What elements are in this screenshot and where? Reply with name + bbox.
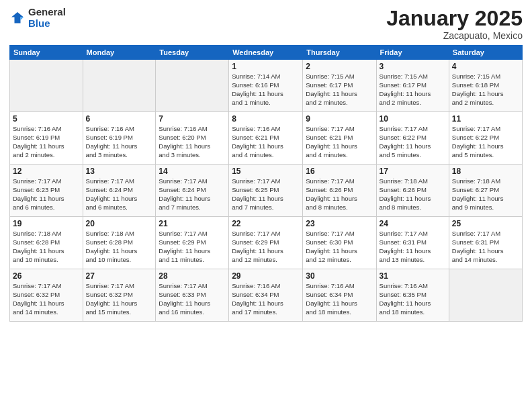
table-row: 31Sunrise: 7:16 AMSunset: 6:35 PMDayligh… bbox=[376, 269, 449, 322]
day-info: Sunrise: 7:17 AMSunset: 6:29 PMDaylight:… bbox=[159, 230, 226, 264]
title-block: January 2025 Zacapuato, Mexico bbox=[386, 7, 523, 41]
table-row: 11Sunrise: 7:17 AMSunset: 6:22 PMDayligh… bbox=[449, 112, 522, 165]
day-info: Sunrise: 7:16 AMSunset: 6:19 PMDaylight:… bbox=[86, 125, 153, 159]
day-number: 14 bbox=[159, 167, 226, 176]
day-number: 20 bbox=[86, 219, 153, 228]
table-row: 10Sunrise: 7:17 AMSunset: 6:22 PMDayligh… bbox=[376, 112, 449, 165]
day-number: 15 bbox=[232, 167, 300, 176]
table-row bbox=[83, 60, 156, 112]
day-number: 30 bbox=[306, 271, 373, 281]
day-number: 16 bbox=[306, 167, 373, 176]
day-number: 5 bbox=[13, 114, 80, 124]
logo-general-text: General bbox=[28, 7, 66, 18]
table-row: 1Sunrise: 7:14 AMSunset: 6:16 PMDaylight… bbox=[229, 60, 303, 112]
day-info: Sunrise: 7:16 AMSunset: 6:19 PMDaylight:… bbox=[13, 125, 80, 159]
table-row: 6Sunrise: 7:16 AMSunset: 6:19 PMDaylight… bbox=[83, 112, 156, 165]
day-number: 2 bbox=[306, 62, 373, 71]
day-info: Sunrise: 7:15 AMSunset: 6:18 PMDaylight:… bbox=[452, 73, 519, 107]
calendar-header-row: Sunday Monday Tuesday Wednesday Thursday… bbox=[10, 46, 523, 60]
day-info: Sunrise: 7:17 AMSunset: 6:31 PMDaylight:… bbox=[452, 230, 519, 264]
day-number: 29 bbox=[232, 271, 300, 281]
day-info: Sunrise: 7:16 AMSunset: 6:21 PMDaylight:… bbox=[232, 125, 300, 159]
day-number: 12 bbox=[13, 167, 80, 176]
table-row: 28Sunrise: 7:17 AMSunset: 6:33 PMDayligh… bbox=[156, 269, 229, 322]
col-wednesday: Wednesday bbox=[229, 46, 303, 60]
day-info: Sunrise: 7:15 AMSunset: 6:17 PMDaylight:… bbox=[380, 73, 446, 107]
day-info: Sunrise: 7:14 AMSunset: 6:16 PMDaylight:… bbox=[232, 73, 300, 107]
table-row: 7Sunrise: 7:16 AMSunset: 6:20 PMDaylight… bbox=[156, 112, 229, 165]
day-info: Sunrise: 7:15 AMSunset: 6:17 PMDaylight:… bbox=[306, 73, 373, 107]
day-number: 8 bbox=[232, 114, 300, 124]
day-info: Sunrise: 7:17 AMSunset: 6:24 PMDaylight:… bbox=[159, 177, 226, 212]
table-row: 20Sunrise: 7:18 AMSunset: 6:28 PMDayligh… bbox=[83, 217, 156, 269]
table-row: 13Sunrise: 7:17 AMSunset: 6:24 PMDayligh… bbox=[83, 165, 156, 217]
day-number: 26 bbox=[13, 271, 80, 281]
day-number: 1 bbox=[232, 62, 300, 71]
week-row-1: 5Sunrise: 7:16 AMSunset: 6:19 PMDaylight… bbox=[10, 112, 523, 165]
table-row: 23Sunrise: 7:17 AMSunset: 6:30 PMDayligh… bbox=[303, 217, 376, 269]
day-number: 4 bbox=[452, 62, 519, 71]
col-sunday: Sunday bbox=[10, 46, 83, 60]
day-info: Sunrise: 7:17 AMSunset: 6:25 PMDaylight:… bbox=[232, 177, 300, 212]
table-row: 21Sunrise: 7:17 AMSunset: 6:29 PMDayligh… bbox=[156, 217, 229, 269]
col-thursday: Thursday bbox=[303, 46, 376, 60]
day-info: Sunrise: 7:17 AMSunset: 6:22 PMDaylight:… bbox=[452, 125, 519, 159]
day-number: 25 bbox=[452, 219, 519, 228]
table-row: 19Sunrise: 7:18 AMSunset: 6:28 PMDayligh… bbox=[10, 217, 83, 269]
table-row bbox=[449, 269, 522, 322]
location-subtitle: Zacapuato, Mexico bbox=[386, 30, 523, 41]
day-info: Sunrise: 7:16 AMSunset: 6:34 PMDaylight:… bbox=[306, 282, 373, 316]
table-row: 29Sunrise: 7:16 AMSunset: 6:34 PMDayligh… bbox=[229, 269, 303, 322]
col-monday: Monday bbox=[83, 46, 156, 60]
table-row: 4Sunrise: 7:15 AMSunset: 6:18 PMDaylight… bbox=[449, 60, 522, 112]
table-row: 3Sunrise: 7:15 AMSunset: 6:17 PMDaylight… bbox=[376, 60, 449, 112]
day-number: 13 bbox=[86, 167, 153, 176]
logo-blue-text: Blue bbox=[28, 18, 66, 30]
day-info: Sunrise: 7:18 AMSunset: 6:26 PMDaylight:… bbox=[380, 177, 446, 212]
table-row: 14Sunrise: 7:17 AMSunset: 6:24 PMDayligh… bbox=[156, 165, 229, 217]
day-number: 19 bbox=[13, 219, 80, 228]
week-row-3: 19Sunrise: 7:18 AMSunset: 6:28 PMDayligh… bbox=[10, 217, 523, 269]
day-info: Sunrise: 7:17 AMSunset: 6:23 PMDaylight:… bbox=[13, 177, 80, 212]
col-saturday: Saturday bbox=[449, 46, 522, 60]
svg-marker-1 bbox=[21, 17, 24, 20]
table-row: 30Sunrise: 7:16 AMSunset: 6:34 PMDayligh… bbox=[303, 269, 376, 322]
day-info: Sunrise: 7:16 AMSunset: 6:20 PMDaylight:… bbox=[159, 125, 226, 159]
table-row: 12Sunrise: 7:17 AMSunset: 6:23 PMDayligh… bbox=[10, 165, 83, 217]
table-row: 2Sunrise: 7:15 AMSunset: 6:17 PMDaylight… bbox=[303, 60, 376, 112]
page: General Blue January 2025 Zacapuato, Mex… bbox=[0, 0, 532, 411]
day-info: Sunrise: 7:17 AMSunset: 6:31 PMDaylight:… bbox=[380, 230, 446, 264]
day-number: 11 bbox=[452, 114, 519, 124]
day-number: 27 bbox=[86, 271, 153, 281]
day-info: Sunrise: 7:17 AMSunset: 6:29 PMDaylight:… bbox=[232, 230, 300, 264]
week-row-0: 1Sunrise: 7:14 AMSunset: 6:16 PMDaylight… bbox=[10, 60, 523, 112]
day-info: Sunrise: 7:17 AMSunset: 6:32 PMDaylight:… bbox=[13, 282, 80, 316]
table-row: 8Sunrise: 7:16 AMSunset: 6:21 PMDaylight… bbox=[229, 112, 303, 165]
logo-icon bbox=[9, 10, 26, 26]
table-row: 17Sunrise: 7:18 AMSunset: 6:26 PMDayligh… bbox=[376, 165, 449, 217]
table-row: 24Sunrise: 7:17 AMSunset: 6:31 PMDayligh… bbox=[376, 217, 449, 269]
table-row: 22Sunrise: 7:17 AMSunset: 6:29 PMDayligh… bbox=[229, 217, 303, 269]
week-row-2: 12Sunrise: 7:17 AMSunset: 6:23 PMDayligh… bbox=[10, 165, 523, 217]
day-info: Sunrise: 7:18 AMSunset: 6:28 PMDaylight:… bbox=[86, 230, 153, 264]
table-row bbox=[156, 60, 229, 112]
day-number: 7 bbox=[159, 114, 226, 124]
table-row bbox=[10, 60, 83, 112]
logo-text: General Blue bbox=[28, 7, 66, 29]
day-info: Sunrise: 7:16 AMSunset: 6:35 PMDaylight:… bbox=[380, 282, 446, 316]
day-number: 22 bbox=[232, 219, 300, 228]
table-row: 27Sunrise: 7:17 AMSunset: 6:32 PMDayligh… bbox=[83, 269, 156, 322]
day-number: 9 bbox=[306, 114, 373, 124]
day-info: Sunrise: 7:17 AMSunset: 6:24 PMDaylight:… bbox=[86, 177, 153, 212]
day-number: 18 bbox=[452, 167, 519, 176]
day-number: 21 bbox=[159, 219, 226, 228]
day-number: 10 bbox=[380, 114, 446, 124]
day-info: Sunrise: 7:18 AMSunset: 6:28 PMDaylight:… bbox=[13, 230, 80, 264]
col-tuesday: Tuesday bbox=[156, 46, 229, 60]
day-number: 23 bbox=[306, 219, 373, 228]
table-row: 15Sunrise: 7:17 AMSunset: 6:25 PMDayligh… bbox=[229, 165, 303, 217]
header: General Blue January 2025 Zacapuato, Mex… bbox=[9, 7, 523, 41]
day-info: Sunrise: 7:17 AMSunset: 6:26 PMDaylight:… bbox=[306, 177, 373, 212]
month-title: January 2025 bbox=[386, 7, 523, 30]
table-row: 16Sunrise: 7:17 AMSunset: 6:26 PMDayligh… bbox=[303, 165, 376, 217]
